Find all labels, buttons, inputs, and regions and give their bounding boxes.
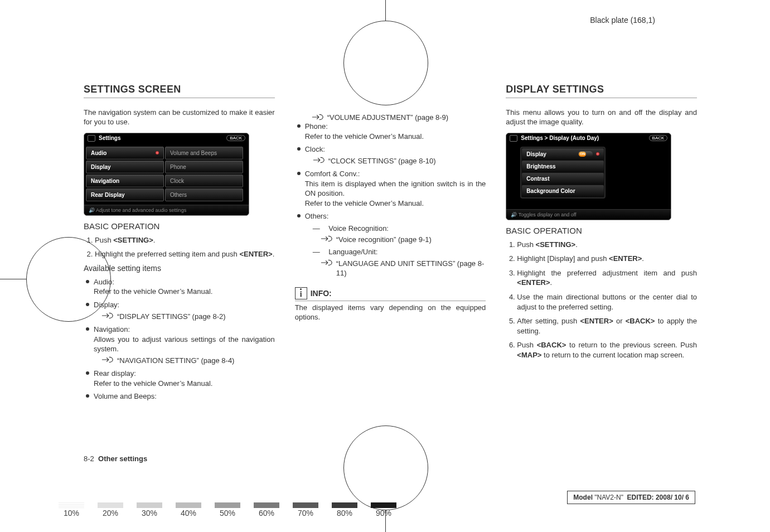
d-step-4: Use the main directional buttons or the …: [517, 292, 697, 312]
subheading-basic-operation-1: BASIC OPERATION: [84, 221, 275, 231]
ss2-btn-display: Display ON: [522, 148, 604, 160]
pointing-hand-icon: [101, 356, 114, 364]
column-3: DISPLAY SETTINGS This menu allows you to…: [506, 84, 697, 405]
ss2-btn-brightness: Brightness: [522, 161, 604, 172]
intro-settings: The navigation system can be customized …: [84, 108, 275, 127]
heading-rule: [84, 98, 275, 98]
info-header: i INFO:: [295, 287, 486, 299]
screenshot-title: Settings: [99, 135, 120, 141]
pointing-hand-icon: [101, 312, 114, 320]
ss-btn-display: Display: [86, 161, 164, 173]
ss-btn-volume-beeps: Volume and Beeps: [165, 147, 243, 159]
item-volume-beeps: Volume and Beeps:: [86, 391, 275, 402]
available-items-heading: Available setting items: [84, 264, 275, 273]
disk-icon: [88, 135, 95, 142]
pct-10: 10%: [59, 502, 84, 518]
page-footer: 8-2 Other settings: [84, 454, 147, 463]
model-box: Model "NAV2-N" EDITED: 2008/ 10/ 6: [567, 491, 695, 504]
pct-90: 90%: [371, 502, 396, 518]
available-items-list: Audio: Refer to the vehicle Owner’s Manu…: [84, 277, 275, 402]
pct-70: 70%: [293, 502, 318, 518]
d-step-6: Push <BACK> to return to the previous sc…: [517, 340, 697, 360]
info-text: The displayed items vary depending on th…: [295, 303, 486, 322]
xref-voice-recognition: “Voice recognition” (page 9-1): [313, 235, 486, 245]
item-navigation: Navigation: Allows you to adjust various…: [86, 325, 275, 365]
item-others: Others: — Voice Recognition: “Voice reco…: [297, 211, 486, 278]
pct-30: 30%: [137, 502, 162, 518]
screenshot-back: BACK: [226, 135, 245, 141]
screenshot2-footer: 🔊 Toggles display on and off: [506, 209, 671, 220]
steps-display: Push <SETTING>. Highlight [Display] and …: [506, 240, 697, 360]
crop-mark-top: [341, 0, 430, 33]
column-1: SETTINGS SCREEN The navigation system ca…: [84, 84, 275, 405]
ss-btn-others: Others: [165, 188, 243, 201]
screenshot-footer: 🔊 Adjust tone and advanced audio setting…: [84, 205, 249, 215]
d-step-5: After setting, push <ENTER> or <BACK> to…: [517, 316, 697, 336]
plate-label: Black plate (168,1): [590, 16, 655, 25]
display-settings-screenshot: Settings > Display (Auto Day) BACK Displ…: [506, 133, 671, 220]
heading-settings-screen: SETTINGS SCREEN: [84, 84, 275, 95]
ss2-btn-background-color: Background Color: [522, 185, 604, 197]
page-content: SETTINGS SCREEN The navigation system ca…: [84, 84, 697, 405]
step-2: Highlight the preferred setting item and…: [95, 249, 275, 259]
xref-language-unit: “LANGUAGE AND UNIT SETTINGS” (page 8-11): [313, 259, 486, 278]
info-rule: [295, 301, 486, 301]
item-audio: Audio: Refer to the vehicle Owner’s Manu…: [86, 277, 275, 297]
pct-80: 80%: [332, 502, 357, 518]
step-1: Push <SETTING>.: [95, 235, 275, 245]
steps-settings: Push <SETTING>. Highlight the preferred …: [84, 235, 275, 259]
heading-display-settings: DISPLAY SETTINGS: [506, 84, 697, 95]
pct-60: 60%: [254, 502, 279, 518]
disk-icon: [510, 135, 517, 142]
sub-language-unit: — Language/Unit: “LANGUAGE AND UNIT SETT…: [305, 247, 486, 278]
crop-mark-bottom: [341, 465, 430, 532]
sub-voice-recognition: — Voice Recognition: “Voice recognition”…: [305, 224, 486, 245]
screenshot2-back: BACK: [649, 135, 668, 141]
pointing-hand-icon: [321, 235, 333, 243]
pointing-hand-icon: [313, 156, 325, 164]
settings-screenshot: Settings BACK Audio Display Navigation R…: [84, 133, 249, 216]
pct-20: 20%: [98, 502, 123, 518]
available-items-cont: Phone: Refer to the vehicle Owner’s Manu…: [295, 122, 486, 278]
column-2: “VOLUME ADJUSTMENT” (page 8-9) Phone: Re…: [295, 84, 486, 405]
d-step-1: Push <SETTING>.: [517, 240, 697, 250]
ss-btn-rear-display: Rear Display: [86, 188, 164, 201]
d-step-3: Highlight the preferred adjustment item …: [517, 268, 697, 288]
ss-btn-phone: Phone: [165, 161, 243, 173]
intro-display: This menu allows you to turn on and off …: [506, 108, 697, 127]
screenshot-header: Settings BACK: [84, 133, 249, 143]
ss-btn-clock: Clock: [165, 175, 243, 187]
info-label: INFO:: [311, 289, 332, 298]
screenshot2-title: Settings > Display (Auto Day): [521, 135, 599, 141]
pointing-hand-icon: [321, 259, 333, 267]
selection-dot-icon: [156, 151, 159, 154]
d-step-2: Highlight [Display] and push <ENTER>.: [517, 254, 697, 264]
xref-volume: “VOLUME ADJUSTMENT” (page 8-9): [295, 113, 486, 122]
pct-40: 40%: [176, 502, 201, 518]
subheading-basic-operation-2: BASIC OPERATION: [506, 226, 697, 235]
density-scale: 10% 20% 30% 40% 50% 60% 70% 80% 90%: [59, 502, 396, 518]
item-clock: Clock: “CLOCK SETTINGS” (page 8-10): [297, 144, 486, 166]
item-rear-display: Rear display: Refer to the vehicle Owner…: [86, 369, 275, 388]
toggle-on: ON: [578, 151, 593, 157]
xref-display: “DISPLAY SETTINGS” (page 8-2): [94, 312, 275, 322]
item-display: Display: “DISPLAY SETTINGS” (page 8-2): [86, 300, 275, 321]
screenshot2-header: Settings > Display (Auto Day) BACK: [506, 133, 671, 143]
ss-btn-audio: Audio: [86, 147, 164, 159]
ss2-btn-contrast: Contrast: [522, 173, 604, 185]
info-icon: i: [295, 287, 307, 299]
selection-dot-icon: [596, 152, 599, 156]
item-comfort-conv: Comfort & Conv.: This item is displayed …: [297, 169, 486, 208]
item-phone: Phone: Refer to the vehicle Owner’s Manu…: [297, 122, 486, 141]
pct-50: 50%: [215, 502, 240, 518]
xref-clock: “CLOCK SETTINGS” (page 8-10): [305, 156, 486, 166]
heading-rule-2: [506, 98, 697, 98]
ss-btn-navigation: Navigation: [86, 175, 164, 187]
xref-navigation: “NAVIGATION SETTING” (page 8-4): [94, 356, 275, 366]
pointing-hand-icon: [312, 113, 324, 121]
